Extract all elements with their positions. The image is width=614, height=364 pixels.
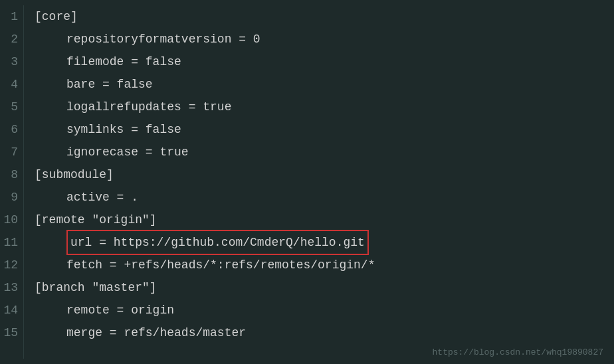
line-num-1: 1	[3, 5, 18, 28]
editor-container: 1 2 3 4 5 6 7 8 9 10 11 12 13 14 15 [cor…	[0, 0, 614, 364]
code-line-2: repositoryformatversion = 0	[35, 28, 614, 50]
line-num-2: 2	[3, 28, 18, 50]
line-num-8: 8	[3, 163, 18, 186]
line-14-text: remote = origin	[66, 299, 174, 321]
line-4-text: bare = false	[66, 73, 153, 96]
code-line-12: fetch = +refs/heads/*:refs/remotes/origi…	[35, 254, 614, 276]
line-13-text: [branch "master"]	[35, 276, 157, 299]
line-5-text: logallrefupdates = true	[66, 96, 231, 118]
line-9-text: active = .	[66, 186, 138, 209]
line-num-9: 9	[3, 186, 18, 209]
code-line-11: url = https://github.com/CmderQ/hello.gi…	[35, 231, 614, 254]
line-1-text: [core]	[35, 5, 78, 28]
line-num-4: 4	[3, 73, 18, 96]
code-line-7: ignorecase = true	[35, 141, 614, 163]
code-line-6: symlinks = false	[35, 118, 614, 141]
line-11-text: url = https://github.com/CmderQ/hello.gi…	[66, 230, 369, 255]
line-num-5: 5	[3, 96, 18, 118]
line-6-text: symlinks = false	[66, 118, 181, 141]
line-2-text: repositoryformatversion = 0	[66, 28, 260, 50]
line-num-14: 14	[3, 299, 18, 321]
code-line-15: merge = refs/heads/master	[35, 321, 614, 344]
line-12-text: fetch = +refs/heads/*:refs/remotes/origi…	[66, 254, 375, 276]
line-10-text: [remote "origin"]	[35, 209, 157, 231]
code-line-13: [branch "master"]	[35, 276, 614, 299]
code-view: 1 2 3 4 5 6 7 8 9 10 11 12 13 14 15 [cor…	[0, 0, 614, 364]
line-num-11: 11	[3, 231, 18, 254]
code-line-9: active = .	[35, 186, 614, 209]
line-num-3: 3	[3, 50, 18, 73]
line-num-7: 7	[3, 141, 18, 163]
line-num-12: 12	[3, 254, 18, 276]
line-numbers: 1 2 3 4 5 6 7 8 9 10 11 12 13 14 15	[0, 5, 24, 359]
code-line-10: [remote "origin"]	[35, 209, 614, 231]
line-num-15: 15	[3, 321, 18, 344]
line-num-10: 10	[3, 209, 18, 231]
code-line-14: remote = origin	[35, 299, 614, 321]
code-line-5: logallrefupdates = true	[35, 96, 614, 118]
code-line-8: [submodule]	[35, 163, 614, 186]
line-num-6: 6	[3, 118, 18, 141]
line-3-text: filemode = false	[66, 50, 181, 73]
code-line-3: filemode = false	[35, 50, 614, 73]
code-content: [core] repositoryformatversion = 0 filem…	[24, 5, 614, 359]
code-line-4: bare = false	[35, 73, 614, 96]
code-line-1: [core]	[35, 5, 614, 28]
line-7-text: ignorecase = true	[66, 141, 189, 163]
line-8-text: [submodule]	[35, 163, 114, 186]
line-15-text: merge = refs/heads/master	[66, 321, 246, 344]
line-num-13: 13	[3, 276, 18, 299]
watermark: https://blog.csdn.net/whq19890827	[433, 347, 603, 357]
